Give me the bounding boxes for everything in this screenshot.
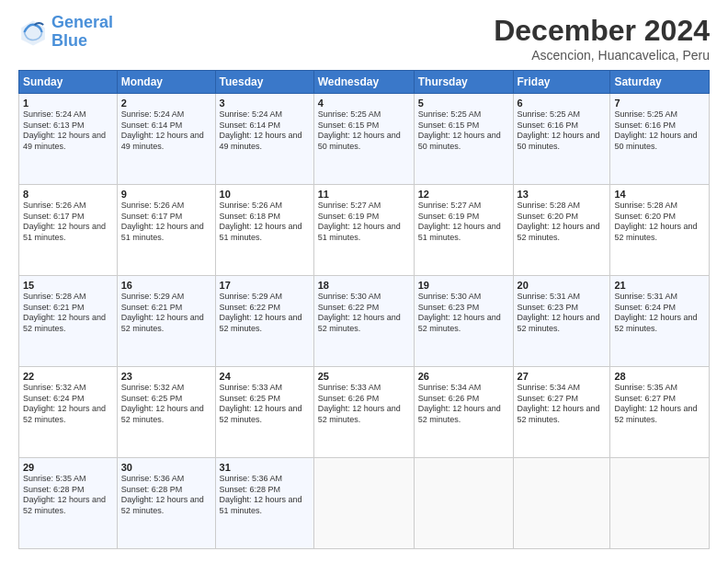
- cell-day-number: 25: [318, 371, 410, 382]
- cell-info-text: Sunrise: 5:29 AM Sunset: 6:21 PM Dayligh…: [121, 292, 211, 335]
- cell-day-number: 5: [418, 98, 509, 109]
- calendar-cell: 2Sunrise: 5:24 AM Sunset: 6:14 PM Daylig…: [117, 94, 215, 185]
- cell-day-number: 8: [23, 189, 113, 200]
- cell-day-number: 15: [23, 280, 113, 291]
- cell-day-number: 13: [518, 189, 607, 200]
- header: General Blue December 2024 Ascencion, Hu…: [18, 14, 710, 63]
- cell-info-text: Sunrise: 5:32 AM Sunset: 6:24 PM Dayligh…: [23, 383, 113, 426]
- calendar-cell: 10Sunrise: 5:26 AM Sunset: 6:18 PM Dayli…: [215, 185, 313, 276]
- calendar-header-tuesday: Tuesday: [215, 71, 313, 94]
- calendar-cell: 30Sunrise: 5:36 AM Sunset: 6:28 PM Dayli…: [117, 458, 215, 549]
- calendar-cell: 23Sunrise: 5:32 AM Sunset: 6:25 PM Dayli…: [117, 367, 215, 458]
- cell-day-number: 18: [318, 280, 410, 291]
- calendar-week-row: 29Sunrise: 5:35 AM Sunset: 6:28 PM Dayli…: [19, 458, 710, 549]
- calendar-cell: [610, 458, 710, 549]
- calendar-cell: 8Sunrise: 5:26 AM Sunset: 6:17 PM Daylig…: [19, 185, 118, 276]
- title-section: December 2024 Ascencion, Huancavelica, P…: [494, 14, 710, 63]
- cell-info-text: Sunrise: 5:31 AM Sunset: 6:24 PM Dayligh…: [614, 292, 705, 335]
- calendar-cell: 21Sunrise: 5:31 AM Sunset: 6:24 PM Dayli…: [610, 276, 710, 367]
- calendar-cell: 3Sunrise: 5:24 AM Sunset: 6:14 PM Daylig…: [215, 94, 313, 185]
- calendar-week-row: 15Sunrise: 5:28 AM Sunset: 6:21 PM Dayli…: [19, 276, 710, 367]
- calendar-cell: 27Sunrise: 5:34 AM Sunset: 6:27 PM Dayli…: [513, 367, 610, 458]
- cell-day-number: 30: [121, 462, 211, 473]
- cell-info-text: Sunrise: 5:28 AM Sunset: 6:21 PM Dayligh…: [23, 292, 113, 335]
- cell-info-text: Sunrise: 5:26 AM Sunset: 6:17 PM Dayligh…: [121, 201, 211, 244]
- calendar-header-wednesday: Wednesday: [313, 71, 414, 94]
- calendar-table: SundayMondayTuesdayWednesdayThursdayFrid…: [18, 70, 710, 549]
- cell-info-text: Sunrise: 5:24 AM Sunset: 6:13 PM Dayligh…: [23, 109, 113, 153]
- calendar-cell: 12Sunrise: 5:27 AM Sunset: 6:19 PM Dayli…: [414, 185, 513, 276]
- cell-day-number: 28: [614, 371, 705, 382]
- cell-info-text: Sunrise: 5:26 AM Sunset: 6:18 PM Dayligh…: [220, 201, 310, 244]
- calendar-cell: 17Sunrise: 5:29 AM Sunset: 6:22 PM Dayli…: [215, 276, 313, 367]
- calendar-header-friday: Friday: [513, 71, 610, 94]
- calendar-cell: 20Sunrise: 5:31 AM Sunset: 6:23 PM Dayli…: [513, 276, 610, 367]
- calendar-week-row: 22Sunrise: 5:32 AM Sunset: 6:24 PM Dayli…: [19, 367, 710, 458]
- logo-text: General Blue: [51, 14, 113, 51]
- cell-day-number: 1: [23, 98, 113, 109]
- cell-info-text: Sunrise: 5:28 AM Sunset: 6:20 PM Dayligh…: [614, 201, 705, 244]
- calendar-cell: 7Sunrise: 5:25 AM Sunset: 6:16 PM Daylig…: [610, 94, 710, 185]
- cell-info-text: Sunrise: 5:33 AM Sunset: 6:26 PM Dayligh…: [318, 383, 410, 426]
- cell-info-text: Sunrise: 5:35 AM Sunset: 6:27 PM Dayligh…: [614, 383, 705, 426]
- cell-info-text: Sunrise: 5:36 AM Sunset: 6:28 PM Dayligh…: [121, 474, 211, 517]
- calendar-cell: 14Sunrise: 5:28 AM Sunset: 6:20 PM Dayli…: [610, 185, 710, 276]
- cell-info-text: Sunrise: 5:25 AM Sunset: 6:15 PM Dayligh…: [418, 109, 509, 153]
- cell-info-text: Sunrise: 5:33 AM Sunset: 6:25 PM Dayligh…: [220, 383, 310, 426]
- cell-day-number: 10: [220, 189, 310, 200]
- main-title: December 2024: [494, 14, 710, 48]
- cell-info-text: Sunrise: 5:30 AM Sunset: 6:23 PM Dayligh…: [418, 292, 509, 335]
- cell-day-number: 3: [220, 98, 310, 109]
- cell-day-number: 2: [121, 98, 211, 109]
- cell-info-text: Sunrise: 5:32 AM Sunset: 6:25 PM Dayligh…: [121, 383, 211, 426]
- cell-day-number: 7: [614, 98, 705, 109]
- cell-info-text: Sunrise: 5:30 AM Sunset: 6:22 PM Dayligh…: [318, 292, 410, 335]
- cell-info-text: Sunrise: 5:25 AM Sunset: 6:16 PM Dayligh…: [518, 109, 607, 153]
- calendar-header-sunday: Sunday: [19, 71, 118, 94]
- calendar-cell: [513, 458, 610, 549]
- calendar-cell: 26Sunrise: 5:34 AM Sunset: 6:26 PM Dayli…: [414, 367, 513, 458]
- cell-info-text: Sunrise: 5:29 AM Sunset: 6:22 PM Dayligh…: [220, 292, 310, 335]
- cell-day-number: 17: [220, 280, 310, 291]
- cell-day-number: 11: [318, 189, 410, 200]
- calendar-cell: 18Sunrise: 5:30 AM Sunset: 6:22 PM Dayli…: [313, 276, 414, 367]
- logo-line1: General: [51, 13, 113, 31]
- cell-info-text: Sunrise: 5:25 AM Sunset: 6:16 PM Dayligh…: [614, 109, 705, 153]
- subtitle: Ascencion, Huancavelica, Peru: [494, 48, 710, 63]
- cell-info-text: Sunrise: 5:27 AM Sunset: 6:19 PM Dayligh…: [418, 201, 509, 244]
- cell-day-number: 19: [418, 280, 509, 291]
- cell-day-number: 6: [518, 98, 607, 109]
- cell-info-text: Sunrise: 5:27 AM Sunset: 6:19 PM Dayligh…: [318, 201, 410, 244]
- calendar-cell: 11Sunrise: 5:27 AM Sunset: 6:19 PM Dayli…: [313, 185, 414, 276]
- logo: General Blue: [18, 14, 113, 51]
- cell-info-text: Sunrise: 5:34 AM Sunset: 6:27 PM Dayligh…: [518, 383, 607, 426]
- cell-day-number: 14: [614, 189, 705, 200]
- cell-day-number: 9: [121, 189, 211, 200]
- calendar-cell: [414, 458, 513, 549]
- calendar-cell: 15Sunrise: 5:28 AM Sunset: 6:21 PM Dayli…: [19, 276, 118, 367]
- calendar-week-row: 8Sunrise: 5:26 AM Sunset: 6:17 PM Daylig…: [19, 185, 710, 276]
- cell-day-number: 23: [121, 371, 211, 382]
- cell-info-text: Sunrise: 5:24 AM Sunset: 6:14 PM Dayligh…: [220, 109, 310, 153]
- calendar-cell: 24Sunrise: 5:33 AM Sunset: 6:25 PM Dayli…: [215, 367, 313, 458]
- cell-day-number: 16: [121, 280, 211, 291]
- calendar-cell: 19Sunrise: 5:30 AM Sunset: 6:23 PM Dayli…: [414, 276, 513, 367]
- logo-icon: [18, 17, 48, 47]
- cell-day-number: 24: [220, 371, 310, 382]
- calendar-header-monday: Monday: [117, 71, 215, 94]
- calendar-cell: 1Sunrise: 5:24 AM Sunset: 6:13 PM Daylig…: [19, 94, 118, 185]
- cell-info-text: Sunrise: 5:28 AM Sunset: 6:20 PM Dayligh…: [518, 201, 607, 244]
- cell-day-number: 22: [23, 371, 113, 382]
- calendar-header-row: SundayMondayTuesdayWednesdayThursdayFrid…: [19, 71, 710, 94]
- cell-info-text: Sunrise: 5:36 AM Sunset: 6:28 PM Dayligh…: [220, 474, 310, 517]
- calendar-week-row: 1Sunrise: 5:24 AM Sunset: 6:13 PM Daylig…: [19, 94, 710, 185]
- cell-info-text: Sunrise: 5:24 AM Sunset: 6:14 PM Dayligh…: [121, 109, 211, 153]
- cell-info-text: Sunrise: 5:35 AM Sunset: 6:28 PM Dayligh…: [23, 474, 113, 517]
- calendar-cell: 31Sunrise: 5:36 AM Sunset: 6:28 PM Dayli…: [215, 458, 313, 549]
- calendar-cell: [313, 458, 414, 549]
- cell-info-text: Sunrise: 5:34 AM Sunset: 6:26 PM Dayligh…: [418, 383, 509, 426]
- cell-day-number: 4: [318, 98, 410, 109]
- cell-info-text: Sunrise: 5:26 AM Sunset: 6:17 PM Dayligh…: [23, 201, 113, 244]
- cell-day-number: 31: [220, 462, 310, 473]
- cell-day-number: 12: [418, 189, 509, 200]
